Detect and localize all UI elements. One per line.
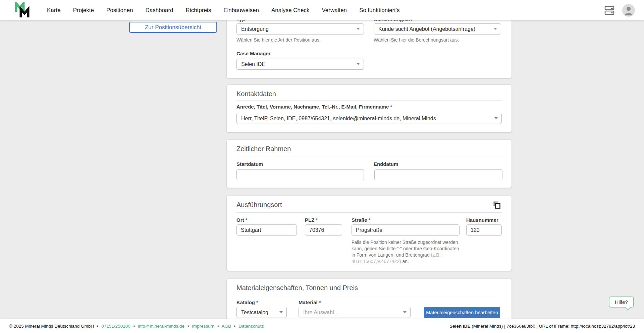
footer-link-impressum[interactable]: Impressum <box>192 324 214 329</box>
divider <box>236 100 502 101</box>
divider <box>236 156 502 156</box>
footer-link-email[interactable]: info@mineral-minds.de <box>138 324 184 329</box>
berechnungsart-select-value: Kunde sucht Angebot (Angebotsanfrage) <box>378 26 475 32</box>
required-mark: * <box>390 104 392 110</box>
nav-item-so-funktionierts[interactable]: So funktioniert's <box>359 7 399 14</box>
kontakt-select-value: Herr, TitelP, Selen, IDE, 0987/654321, s… <box>241 116 436 122</box>
hausnummer-input[interactable] <box>466 224 502 236</box>
positionsart-select[interactable]: Entsorgung <box>236 23 364 35</box>
footer-session-info: Selen IDE (Mineral Minds) | 7ce360e83fb0… <box>449 324 635 329</box>
katalog-select[interactable]: Testcatalog <box>236 307 287 318</box>
person-icon <box>622 4 635 17</box>
card-zeitlicher-rahmen: Zeitlicher Rahmen Startdatum Enddatum <box>227 140 512 188</box>
nav-item-dashboard[interactable]: Dashboard <box>145 7 173 14</box>
footer-session-details: (Mineral Minds) | 7ce360e83fb0 | URL of … <box>470 324 635 329</box>
chevron-down-icon <box>403 311 407 313</box>
ausfuehrungsort-title: Ausführungsort <box>236 201 282 209</box>
katalog-select-value: Testcatalog <box>241 310 268 316</box>
enddatum-label: Enddatum <box>374 161 398 167</box>
nav-item-projekte[interactable]: Projekte <box>73 7 94 14</box>
kontaktdaten-title: Kontaktdaten <box>236 90 276 98</box>
katalog-label: Katalog* <box>236 299 258 305</box>
mineral-minds-logo[interactable] <box>15 2 31 18</box>
nav-item-karte[interactable]: Karte <box>47 7 61 14</box>
navbar-right <box>604 0 635 20</box>
case-manager-select[interactable]: Selen IDE <box>236 59 364 70</box>
material-select-placeholder: Ihre Auswahl... <box>303 310 338 316</box>
copy-button[interactable] <box>491 199 503 211</box>
chevron-down-icon <box>357 63 360 65</box>
required-mark: * <box>369 217 371 223</box>
berechnungsart-helper: Wählen Sie hier die Berechnungsart aus. <box>374 37 459 43</box>
nav-item-analyse-check[interactable]: Analyse Check <box>271 7 309 14</box>
ort-input[interactable] <box>236 224 297 236</box>
required-mark: * <box>316 217 318 223</box>
nav-item-verwalten[interactable]: Verwalten <box>322 7 347 14</box>
ort-label: Ort* <box>236 217 247 223</box>
back-to-positions-button[interactable]: Zur Positionsübersicht <box>129 22 217 33</box>
berechnungsart-select[interactable]: Kunde sucht Angebot (Angebotsanfrage) <box>374 23 501 35</box>
footer-user-name: Selen IDE <box>449 324 470 329</box>
divider <box>236 212 502 213</box>
server-icon[interactable] <box>604 5 615 16</box>
hausnummer-label: Hausnummer <box>466 217 498 223</box>
divider <box>236 295 502 295</box>
chevron-down-icon <box>494 28 497 30</box>
user-avatar[interactable] <box>622 4 635 17</box>
help-button-label: Hilfe? <box>615 299 628 305</box>
app-screen: Typ Berechnungsart Entsorgung Kunde such… <box>0 0 644 333</box>
chevron-down-icon <box>279 311 283 313</box>
strasse-helper: Falls die Position keiner Straße zugeord… <box>352 239 462 265</box>
strasse-label: Straße* <box>352 217 371 223</box>
chevron-down-icon <box>357 28 360 30</box>
nav-item-positionen[interactable]: Positionen <box>106 7 133 14</box>
copyright-text: © 2025 Mineral Minds Deutschland GmbH <box>9 324 94 329</box>
startdatum-label: Startdatum <box>236 161 263 167</box>
top-navbar: Karte Projekte Positionen Dashboard Rich… <box>0 0 644 20</box>
nav-item-richtpreis[interactable]: Richtpreis <box>186 7 211 14</box>
berechnungsart-label-clipped: Berechnungsart <box>374 20 434 22</box>
case-manager-label: Case Manager <box>236 51 271 56</box>
material-select[interactable]: Ihre Auswahl... <box>299 307 411 318</box>
required-mark: * <box>256 299 258 305</box>
footer: © 2025 Mineral Minds Deutschland GmbH • … <box>0 319 644 333</box>
footer-link-datenschutz[interactable]: Datenschutz <box>238 324 264 329</box>
required-mark: * <box>319 299 321 305</box>
help-button[interactable]: Hilfe? <box>609 296 634 308</box>
chevron-down-icon <box>494 117 498 119</box>
material-title: Materialeigenschaften, Tonnen und Preis <box>236 284 358 292</box>
footer-link-agb[interactable]: AGB <box>222 324 231 329</box>
positionsart-helper: Wählen Sie hier die Art der Position aus… <box>236 37 321 43</box>
positionsart-select-value: Entsorgung <box>241 26 269 32</box>
card-ausfuehrungsort: Ausführungsort Ort* PLZ* Straße* Hausnum… <box>227 196 512 271</box>
zeitlicher-rahmen-title: Zeitlicher Rahmen <box>236 145 291 153</box>
startdatum-input[interactable] <box>236 169 364 180</box>
strasse-input[interactable] <box>352 224 460 236</box>
footer-left: © 2025 Mineral Minds Deutschland GmbH • … <box>9 324 264 329</box>
copy-icon <box>492 201 501 210</box>
nav-item-einbauweisen[interactable]: Einbauweisen <box>223 7 259 14</box>
plz-input[interactable] <box>305 224 342 236</box>
plz-label: PLZ* <box>305 217 318 223</box>
card-kontaktdaten: Kontaktdaten Anrede, Titel, Vorname, Nac… <box>227 85 512 132</box>
help-bubble-tail <box>625 304 631 310</box>
material-label: Material* <box>299 299 321 305</box>
required-mark: * <box>246 217 248 223</box>
nav-menu: Karte Projekte Positionen Dashboard Rich… <box>47 0 400 20</box>
kontakt-select[interactable]: Herr, TitelP, Selen, IDE, 0987/654321, s… <box>236 113 502 124</box>
kontakt-label: Anrede, Titel, Vorname, Nachname, Tel.-N… <box>236 104 392 110</box>
footer-link-phone[interactable]: 07151/250100 <box>101 324 130 329</box>
enddatum-input[interactable] <box>374 169 502 180</box>
case-manager-select-value: Selen IDE <box>241 61 265 67</box>
material-edit-button[interactable]: Materialeigenschaften bearbeiten <box>424 307 500 318</box>
typ-label-clipped: Typ <box>236 20 277 22</box>
